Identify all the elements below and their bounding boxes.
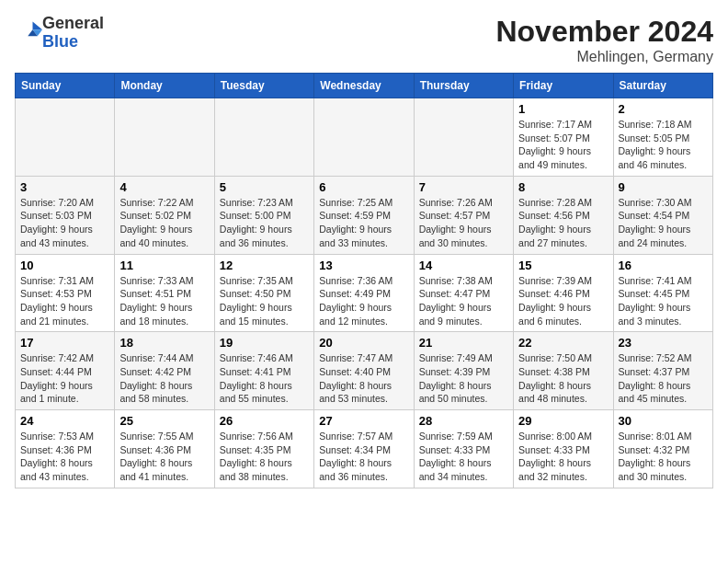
day-info: Sunrise: 7:25 AM Sunset: 4:59 PM Dayligh… xyxy=(319,196,408,250)
calendar-week-4: 17Sunrise: 7:42 AM Sunset: 4:44 PM Dayli… xyxy=(16,332,713,410)
day-info: Sunrise: 7:28 AM Sunset: 4:56 PM Dayligh… xyxy=(518,196,608,250)
calendar-week-5: 24Sunrise: 7:53 AM Sunset: 4:36 PM Dayli… xyxy=(16,410,713,488)
weekday-header-saturday: Saturday xyxy=(613,74,712,98)
calendar-cell: 16Sunrise: 7:41 AM Sunset: 4:45 PM Dayli… xyxy=(613,254,712,332)
calendar-cell: 5Sunrise: 7:23 AM Sunset: 5:00 PM Daylig… xyxy=(214,176,313,254)
calendar-cell: 13Sunrise: 7:36 AM Sunset: 4:49 PM Dayli… xyxy=(314,254,414,332)
day-info: Sunrise: 7:49 AM Sunset: 4:39 PM Dayligh… xyxy=(419,351,508,406)
day-number: 24 xyxy=(20,414,109,428)
day-info: Sunrise: 7:41 AM Sunset: 4:45 PM Dayligh… xyxy=(619,274,708,328)
day-info: Sunrise: 7:42 AM Sunset: 4:44 PM Dayligh… xyxy=(20,351,109,406)
calendar-cell xyxy=(16,98,115,177)
day-number: 22 xyxy=(518,336,608,350)
day-info: Sunrise: 7:38 AM Sunset: 4:47 PM Dayligh… xyxy=(419,274,508,328)
page-header: General Blue November 2024 Mehlingen, Ge… xyxy=(15,15,713,65)
calendar-cell: 4Sunrise: 7:22 AM Sunset: 5:02 PM Daylig… xyxy=(115,176,214,254)
calendar-week-1: 1Sunrise: 7:17 AM Sunset: 5:07 PM Daylig… xyxy=(16,98,713,177)
logo-general-text: General xyxy=(42,14,104,32)
calendar-cell: 14Sunrise: 7:38 AM Sunset: 4:47 PM Dayli… xyxy=(414,254,513,332)
calendar-cell xyxy=(214,98,313,177)
day-number: 12 xyxy=(220,259,309,272)
calendar-body: 1Sunrise: 7:17 AM Sunset: 5:07 PM Daylig… xyxy=(16,98,713,488)
day-info: Sunrise: 7:39 AM Sunset: 4:46 PM Dayligh… xyxy=(518,274,608,328)
day-info: Sunrise: 7:35 AM Sunset: 4:50 PM Dayligh… xyxy=(220,274,309,328)
day-number: 11 xyxy=(119,259,209,272)
calendar-cell: 26Sunrise: 7:56 AM Sunset: 4:35 PM Dayli… xyxy=(214,410,313,488)
day-number: 13 xyxy=(319,259,408,272)
day-info: Sunrise: 7:47 AM Sunset: 4:40 PM Dayligh… xyxy=(319,351,408,406)
calendar-cell: 3Sunrise: 7:20 AM Sunset: 5:03 PM Daylig… xyxy=(16,176,115,254)
day-info: Sunrise: 7:44 AM Sunset: 4:42 PM Dayligh… xyxy=(119,351,209,406)
calendar-cell: 29Sunrise: 8:00 AM Sunset: 4:33 PM Dayli… xyxy=(514,410,613,488)
weekday-header-monday: Monday xyxy=(115,74,214,98)
day-info: Sunrise: 7:23 AM Sunset: 5:00 PM Dayligh… xyxy=(220,196,309,250)
day-number: 6 xyxy=(319,180,408,194)
calendar-cell: 18Sunrise: 7:44 AM Sunset: 4:42 PM Dayli… xyxy=(115,332,214,410)
day-info: Sunrise: 7:57 AM Sunset: 4:34 PM Dayligh… xyxy=(319,430,408,484)
logo-icon xyxy=(17,18,42,44)
day-number: 25 xyxy=(119,414,209,428)
calendar-cell: 9Sunrise: 7:30 AM Sunset: 4:54 PM Daylig… xyxy=(613,176,712,254)
logo-blue-text: Blue xyxy=(42,32,78,51)
day-info: Sunrise: 7:55 AM Sunset: 4:36 PM Dayligh… xyxy=(119,430,209,484)
calendar-cell: 24Sunrise: 7:53 AM Sunset: 4:36 PM Dayli… xyxy=(16,410,115,488)
day-info: Sunrise: 7:17 AM Sunset: 5:07 PM Dayligh… xyxy=(518,118,608,172)
day-number: 4 xyxy=(119,180,209,194)
day-info: Sunrise: 7:26 AM Sunset: 4:57 PM Dayligh… xyxy=(419,196,508,250)
day-number: 2 xyxy=(619,102,708,116)
day-number: 21 xyxy=(419,336,508,350)
day-number: 1 xyxy=(518,102,608,116)
day-number: 17 xyxy=(20,336,109,350)
day-info: Sunrise: 8:00 AM Sunset: 4:33 PM Dayligh… xyxy=(518,430,608,484)
calendar-cell: 7Sunrise: 7:26 AM Sunset: 4:57 PM Daylig… xyxy=(414,176,513,254)
calendar-table: SundayMondayTuesdayWednesdayThursdayFrid… xyxy=(15,73,713,488)
title-block: November 2024 Mehlingen, Germany xyxy=(495,15,713,65)
day-number: 26 xyxy=(220,414,309,428)
weekday-header-friday: Friday xyxy=(514,74,613,98)
calendar-cell: 17Sunrise: 7:42 AM Sunset: 4:44 PM Dayli… xyxy=(16,332,115,410)
day-info: Sunrise: 7:22 AM Sunset: 5:02 PM Dayligh… xyxy=(119,196,209,250)
calendar-cell: 6Sunrise: 7:25 AM Sunset: 4:59 PM Daylig… xyxy=(314,176,414,254)
day-number: 18 xyxy=(119,336,209,350)
weekday-header-row: SundayMondayTuesdayWednesdayThursdayFrid… xyxy=(16,74,713,98)
weekday-header-sunday: Sunday xyxy=(16,74,115,98)
day-number: 14 xyxy=(419,259,508,272)
day-number: 29 xyxy=(518,414,608,428)
weekday-header-tuesday: Tuesday xyxy=(214,74,313,98)
day-info: Sunrise: 8:01 AM Sunset: 4:32 PM Dayligh… xyxy=(619,430,708,484)
day-info: Sunrise: 7:53 AM Sunset: 4:36 PM Dayligh… xyxy=(20,430,109,484)
day-info: Sunrise: 7:18 AM Sunset: 5:05 PM Dayligh… xyxy=(619,118,708,172)
day-number: 3 xyxy=(20,180,109,194)
day-info: Sunrise: 7:52 AM Sunset: 4:37 PM Dayligh… xyxy=(619,351,708,406)
day-info: Sunrise: 7:56 AM Sunset: 4:35 PM Dayligh… xyxy=(220,430,309,484)
weekday-header-thursday: Thursday xyxy=(414,74,513,98)
calendar-cell: 11Sunrise: 7:33 AM Sunset: 4:51 PM Dayli… xyxy=(115,254,214,332)
calendar-cell: 30Sunrise: 8:01 AM Sunset: 4:32 PM Dayli… xyxy=(613,410,712,488)
calendar-cell xyxy=(115,98,214,177)
calendar-cell: 25Sunrise: 7:55 AM Sunset: 4:36 PM Dayli… xyxy=(115,410,214,488)
day-info: Sunrise: 7:30 AM Sunset: 4:54 PM Dayligh… xyxy=(619,196,708,250)
day-number: 5 xyxy=(220,180,309,194)
day-number: 27 xyxy=(319,414,408,428)
calendar-cell: 20Sunrise: 7:47 AM Sunset: 4:40 PM Dayli… xyxy=(314,332,414,410)
day-info: Sunrise: 7:31 AM Sunset: 4:53 PM Dayligh… xyxy=(20,274,109,328)
calendar-cell: 19Sunrise: 7:46 AM Sunset: 4:41 PM Dayli… xyxy=(214,332,313,410)
day-number: 23 xyxy=(619,336,708,350)
calendar-week-3: 10Sunrise: 7:31 AM Sunset: 4:53 PM Dayli… xyxy=(16,254,713,332)
calendar-cell: 15Sunrise: 7:39 AM Sunset: 4:46 PM Dayli… xyxy=(514,254,613,332)
calendar-cell: 23Sunrise: 7:52 AM Sunset: 4:37 PM Dayli… xyxy=(613,332,712,410)
day-info: Sunrise: 7:20 AM Sunset: 5:03 PM Dayligh… xyxy=(20,196,109,250)
calendar-cell xyxy=(314,98,414,177)
calendar-cell: 2Sunrise: 7:18 AM Sunset: 5:05 PM Daylig… xyxy=(613,98,712,177)
day-number: 30 xyxy=(619,414,708,428)
day-info: Sunrise: 7:59 AM Sunset: 4:33 PM Dayligh… xyxy=(419,430,508,484)
calendar-cell: 1Sunrise: 7:17 AM Sunset: 5:07 PM Daylig… xyxy=(514,98,613,177)
calendar-cell: 22Sunrise: 7:50 AM Sunset: 4:38 PM Dayli… xyxy=(514,332,613,410)
calendar-cell: 12Sunrise: 7:35 AM Sunset: 4:50 PM Dayli… xyxy=(214,254,313,332)
day-number: 19 xyxy=(220,336,309,350)
day-number: 7 xyxy=(419,180,508,194)
location: Mehlingen, Germany xyxy=(495,49,713,65)
day-number: 10 xyxy=(20,259,109,272)
day-number: 15 xyxy=(518,259,608,272)
calendar-cell: 8Sunrise: 7:28 AM Sunset: 4:56 PM Daylig… xyxy=(514,176,613,254)
